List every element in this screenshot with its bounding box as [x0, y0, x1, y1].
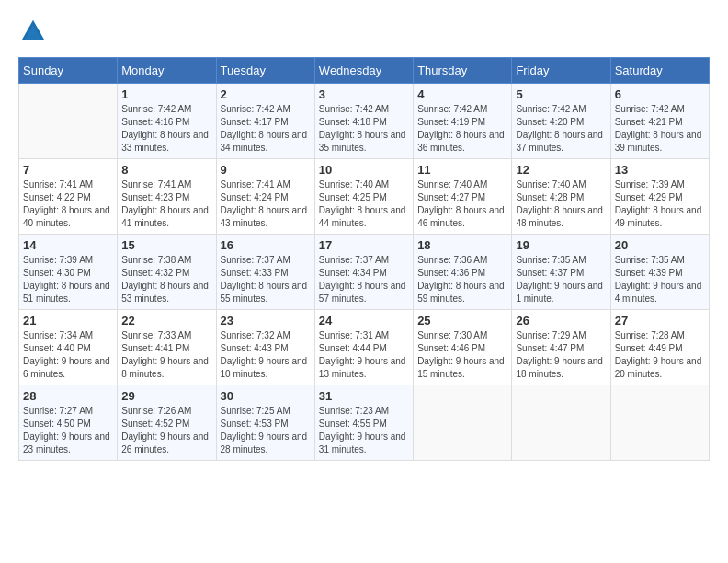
day-header-monday: Monday	[118, 58, 216, 84]
day-number: 30	[221, 389, 311, 403]
day-number: 12	[516, 163, 606, 177]
day-number: 23	[221, 314, 311, 327]
calendar-week-row: 28 Sunrise: 7:27 AMSunset: 4:50 PMDaylig…	[19, 385, 710, 461]
calendar-cell: 18 Sunrise: 7:36 AMSunset: 4:36 PMDaylig…	[414, 235, 512, 310]
day-info: Sunrise: 7:26 AMSunset: 4:52 PMDaylight:…	[121, 405, 211, 456]
calendar-cell: 26 Sunrise: 7:29 AMSunset: 4:47 PMDaylig…	[512, 310, 610, 385]
page-header	[18, 18, 710, 48]
day-info: Sunrise: 7:42 AMSunset: 4:20 PMDaylight:…	[516, 103, 606, 155]
day-number: 2	[221, 87, 311, 101]
calendar-cell: 9 Sunrise: 7:41 AMSunset: 4:24 PMDayligh…	[216, 159, 314, 235]
day-info: Sunrise: 7:37 AMSunset: 4:33 PMDaylight:…	[221, 254, 311, 305]
day-header-friday: Friday	[512, 58, 610, 84]
day-info: Sunrise: 7:29 AMSunset: 4:47 PMDaylight:…	[516, 329, 606, 381]
day-info: Sunrise: 7:41 AMSunset: 4:22 PMDaylight:…	[23, 178, 113, 230]
calendar-cell	[414, 385, 512, 461]
day-number: 13	[615, 163, 705, 177]
day-number: 29	[121, 389, 211, 403]
calendar-cell: 7 Sunrise: 7:41 AMSunset: 4:22 PMDayligh…	[19, 159, 118, 235]
day-number: 19	[516, 238, 606, 252]
day-number: 5	[516, 87, 606, 101]
calendar-cell	[512, 385, 610, 461]
day-header-wednesday: Wednesday	[314, 58, 413, 84]
day-info: Sunrise: 7:39 AMSunset: 4:29 PMDaylight:…	[615, 178, 705, 230]
calendar-header-row: SundayMondayTuesdayWednesdayThursdayFrid…	[19, 58, 710, 84]
day-info: Sunrise: 7:42 AMSunset: 4:16 PMDaylight:…	[121, 103, 211, 155]
day-number: 15	[121, 238, 211, 252]
day-info: Sunrise: 7:42 AMSunset: 4:21 PMDaylight:…	[615, 103, 705, 155]
calendar-cell: 2 Sunrise: 7:42 AMSunset: 4:17 PMDayligh…	[216, 84, 314, 159]
day-info: Sunrise: 7:40 AMSunset: 4:25 PMDaylight:…	[319, 178, 409, 230]
calendar-cell: 21 Sunrise: 7:34 AMSunset: 4:40 PMDaylig…	[19, 310, 118, 385]
calendar-cell	[19, 84, 118, 159]
day-info: Sunrise: 7:31 AMSunset: 4:44 PMDaylight:…	[319, 329, 409, 381]
day-header-sunday: Sunday	[19, 58, 118, 84]
logo-icon	[20, 18, 46, 44]
calendar-cell: 4 Sunrise: 7:42 AMSunset: 4:19 PMDayligh…	[414, 84, 512, 159]
day-number: 1	[121, 87, 211, 101]
calendar-cell: 30 Sunrise: 7:25 AMSunset: 4:53 PMDaylig…	[216, 385, 314, 461]
calendar-cell: 29 Sunrise: 7:26 AMSunset: 4:52 PMDaylig…	[118, 385, 216, 461]
day-info: Sunrise: 7:41 AMSunset: 4:23 PMDaylight:…	[121, 178, 211, 230]
calendar-week-row: 7 Sunrise: 7:41 AMSunset: 4:22 PMDayligh…	[19, 159, 710, 235]
calendar-cell: 20 Sunrise: 7:35 AMSunset: 4:39 PMDaylig…	[610, 235, 709, 310]
calendar-cell: 12 Sunrise: 7:40 AMSunset: 4:28 PMDaylig…	[512, 159, 610, 235]
day-info: Sunrise: 7:30 AMSunset: 4:46 PMDaylight:…	[417, 329, 507, 381]
calendar-cell: 5 Sunrise: 7:42 AMSunset: 4:20 PMDayligh…	[512, 84, 610, 159]
calendar-cell	[610, 385, 709, 461]
calendar-cell: 6 Sunrise: 7:42 AMSunset: 4:21 PMDayligh…	[610, 84, 709, 159]
calendar-cell: 8 Sunrise: 7:41 AMSunset: 4:23 PMDayligh…	[118, 159, 216, 235]
day-info: Sunrise: 7:36 AMSunset: 4:36 PMDaylight:…	[417, 254, 507, 305]
calendar-cell: 16 Sunrise: 7:37 AMSunset: 4:33 PMDaylig…	[216, 235, 314, 310]
calendar-cell: 24 Sunrise: 7:31 AMSunset: 4:44 PMDaylig…	[314, 310, 413, 385]
day-number: 31	[319, 389, 409, 403]
day-info: Sunrise: 7:25 AMSunset: 4:53 PMDaylight:…	[221, 405, 311, 456]
calendar-table: SundayMondayTuesdayWednesdayThursdayFrid…	[18, 57, 710, 461]
calendar-cell: 15 Sunrise: 7:38 AMSunset: 4:32 PMDaylig…	[118, 235, 216, 310]
day-info: Sunrise: 7:42 AMSunset: 4:18 PMDaylight:…	[319, 103, 409, 155]
day-info: Sunrise: 7:38 AMSunset: 4:32 PMDaylight:…	[121, 254, 211, 305]
calendar-cell: 3 Sunrise: 7:42 AMSunset: 4:18 PMDayligh…	[314, 84, 413, 159]
day-number: 28	[23, 389, 113, 403]
calendar-cell: 27 Sunrise: 7:28 AMSunset: 4:49 PMDaylig…	[610, 310, 709, 385]
day-info: Sunrise: 7:34 AMSunset: 4:40 PMDaylight:…	[23, 329, 113, 381]
calendar-cell: 25 Sunrise: 7:30 AMSunset: 4:46 PMDaylig…	[414, 310, 512, 385]
day-number: 4	[417, 87, 507, 101]
day-number: 26	[516, 314, 606, 327]
calendar-cell: 19 Sunrise: 7:35 AMSunset: 4:37 PMDaylig…	[512, 235, 610, 310]
day-info: Sunrise: 7:40 AMSunset: 4:27 PMDaylight:…	[417, 178, 507, 230]
day-number: 24	[319, 314, 409, 327]
day-number: 27	[615, 314, 705, 327]
day-number: 25	[417, 314, 507, 327]
calendar-cell: 23 Sunrise: 7:32 AMSunset: 4:43 PMDaylig…	[216, 310, 314, 385]
day-number: 9	[221, 163, 311, 177]
day-number: 10	[319, 163, 409, 177]
day-info: Sunrise: 7:40 AMSunset: 4:28 PMDaylight:…	[516, 178, 606, 230]
day-number: 8	[121, 163, 211, 177]
day-info: Sunrise: 7:33 AMSunset: 4:41 PMDaylight:…	[121, 329, 211, 381]
day-info: Sunrise: 7:32 AMSunset: 4:43 PMDaylight:…	[221, 329, 311, 381]
calendar-cell: 14 Sunrise: 7:39 AMSunset: 4:30 PMDaylig…	[19, 235, 118, 310]
day-number: 22	[121, 314, 211, 327]
day-info: Sunrise: 7:37 AMSunset: 4:34 PMDaylight:…	[319, 254, 409, 305]
day-info: Sunrise: 7:28 AMSunset: 4:49 PMDaylight:…	[615, 329, 705, 381]
calendar-cell: 13 Sunrise: 7:39 AMSunset: 4:29 PMDaylig…	[610, 159, 709, 235]
day-number: 17	[319, 238, 409, 252]
day-info: Sunrise: 7:42 AMSunset: 4:17 PMDaylight:…	[221, 103, 311, 155]
logo	[18, 18, 46, 48]
day-number: 16	[221, 238, 311, 252]
day-header-tuesday: Tuesday	[216, 58, 314, 84]
day-info: Sunrise: 7:42 AMSunset: 4:19 PMDaylight:…	[417, 103, 507, 155]
calendar-cell: 10 Sunrise: 7:40 AMSunset: 4:25 PMDaylig…	[314, 159, 413, 235]
day-header-saturday: Saturday	[610, 58, 709, 84]
day-number: 21	[23, 314, 113, 327]
day-number: 14	[23, 238, 113, 252]
calendar-cell: 1 Sunrise: 7:42 AMSunset: 4:16 PMDayligh…	[118, 84, 216, 159]
day-header-thursday: Thursday	[414, 58, 512, 84]
day-info: Sunrise: 7:39 AMSunset: 4:30 PMDaylight:…	[23, 254, 113, 305]
calendar-cell: 28 Sunrise: 7:27 AMSunset: 4:50 PMDaylig…	[19, 385, 118, 461]
day-number: 7	[23, 163, 113, 177]
day-number: 6	[615, 87, 705, 101]
day-info: Sunrise: 7:41 AMSunset: 4:24 PMDaylight:…	[221, 178, 311, 230]
day-info: Sunrise: 7:35 AMSunset: 4:39 PMDaylight:…	[615, 254, 705, 305]
